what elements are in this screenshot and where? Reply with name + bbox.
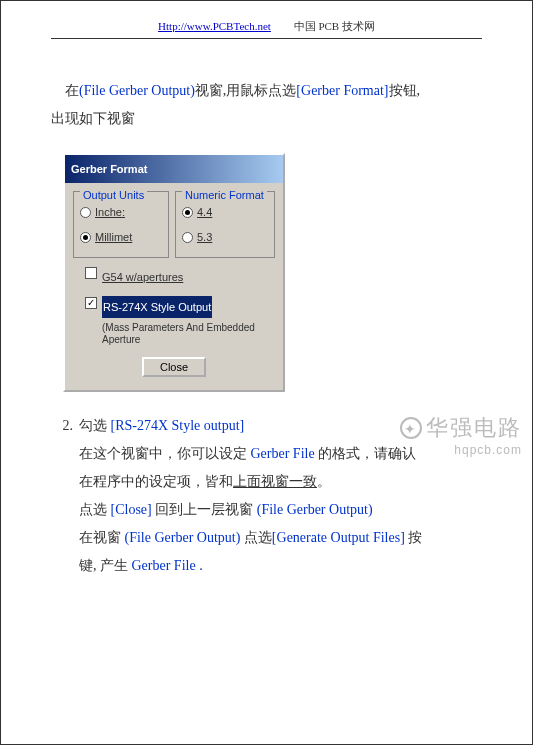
dialog-titlebar: Gerber Format (65, 155, 283, 183)
list-number: 2. (51, 412, 79, 580)
radio-icon (182, 207, 193, 218)
intro-paragraph-2: 出现如下视窗 (51, 105, 482, 133)
checkbox-icon (85, 267, 97, 279)
checkbox-icon (85, 297, 97, 309)
numeric-format-group: Numeric Format 4.4 5.3 (175, 191, 275, 258)
numeric-format-legend: Numeric Format (182, 184, 267, 206)
checkbox-rs274x[interactable]: RS-274X Style Output (85, 296, 275, 318)
output-units-group: Output Units Inche: Millimet (73, 191, 169, 258)
checkbox-rs274x-sub: (Mass Parameters And Embedded Aperture (102, 322, 275, 346)
watermark-icon: ✦ (400, 417, 422, 439)
radio-icon (80, 207, 91, 218)
radio-millimeter[interactable]: Millimet (80, 226, 162, 248)
watermark: ✦ 华强电路 hqpcb.com (400, 413, 522, 457)
close-button[interactable]: Close (142, 357, 206, 377)
radio-icon (80, 232, 91, 243)
radio-icon (182, 232, 193, 243)
header-divider (51, 38, 482, 39)
header-link[interactable]: Http://www.PCBTech.net (158, 20, 271, 32)
checkbox-g54[interactable]: G54 w/apertures (85, 266, 275, 288)
document-content: 在(File Gerber Output)视窗,用鼠标点选[Gerber For… (1, 47, 532, 580)
output-units-legend: Output Units (80, 184, 147, 206)
gerber-format-dialog: Gerber Format Output Units Inche: Millim… (63, 153, 285, 392)
intro-paragraph: 在(File Gerber Output)视窗,用鼠标点选[Gerber For… (51, 77, 482, 105)
header-site-name: 中国 PCB 技术网 (294, 20, 375, 32)
radio-53[interactable]: 5.3 (182, 226, 268, 248)
page-header: Http://www.PCBTech.net 中国 PCB 技术网 (1, 1, 532, 47)
